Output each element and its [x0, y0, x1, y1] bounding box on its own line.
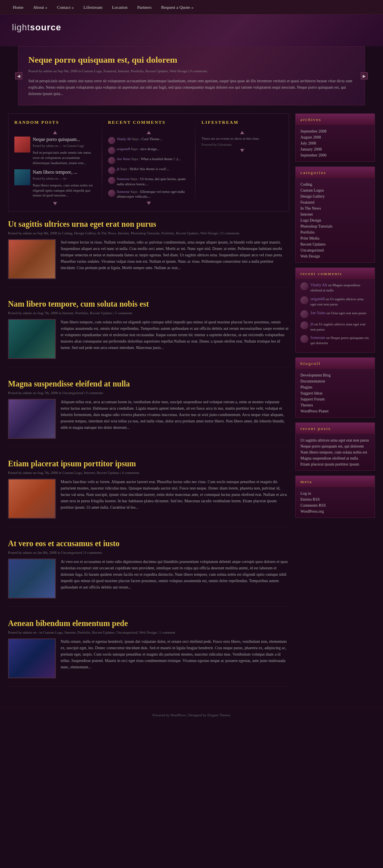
logo-source: source: [30, 22, 61, 32]
random-posts-col: RANDOM POSTS Neque porro quisquam... Pos…: [14, 120, 96, 205]
comment-1: Vitaliy Alt Says : Cool Theme...: [108, 137, 190, 144]
blogroll-docs[interactable]: Documentation: [300, 378, 370, 384]
categories-widget-body: Coding Custom Logos Design Gallery Featu…: [296, 178, 375, 262]
blog-post-3-title[interactable]: Magna suspendisse eleifend at nulla: [8, 379, 289, 388]
sidebar-comment-5-text: Someone on Neque porro quisquam est, qui…: [310, 335, 370, 346]
blog-post-6-text: Nulla ornare, nulla et egestas hendrerit…: [61, 638, 289, 678]
featured-title: Neque porro quisquam est, qui dolorem: [28, 55, 355, 65]
cat-design-gallery[interactable]: Design Gallery: [300, 193, 370, 199]
archive-link-sep2008[interactable]: September 2008: [300, 128, 370, 134]
blog-post-6-meta: Posted by admin on - in Custom Logo, Int…: [8, 630, 289, 634]
blog-post-3-thumb: [8, 399, 56, 439]
nav-partners[interactable]: Partners: [132, 0, 156, 14]
sidebar-comment-3-text: Joe Vains on Urna eget erat non purus: [310, 310, 366, 318]
nav-contact[interactable]: Contact »: [52, 0, 79, 14]
archive-link-sep2006[interactable]: September 2006: [300, 152, 370, 158]
blogroll-wp-planet[interactable]: WordPress Planet: [300, 408, 370, 414]
archives-widget-body: September 2008 August 2008 July 2008 Jan…: [296, 125, 375, 161]
cat-web-design[interactable]: Web Design: [300, 253, 370, 259]
cat-featured[interactable]: Featured: [300, 199, 370, 205]
archive-link-aug2008[interactable]: August 2008: [300, 134, 370, 140]
recent-comments-down-arrow[interactable]: [147, 202, 151, 205]
cat-internet[interactable]: Internet: [300, 211, 370, 217]
blogroll-themes[interactable]: Themes: [300, 402, 370, 408]
cat-print-media[interactable]: Print Media: [300, 235, 370, 241]
comment-2: origami8 Says : nice design...: [108, 147, 190, 154]
blog-post-5-content: At vero eos et accusamus et iusto odio d…: [8, 559, 289, 598]
sidebar-comment-3: Joe Vains on Urna eget erat non purus: [300, 310, 370, 318]
archive-link-jul2008[interactable]: July 2008: [300, 140, 370, 146]
blogroll-support[interactable]: Support Forum: [300, 396, 370, 402]
blog-post-3-content: Aliquam tellus erat, arcu accumsan lorem…: [8, 399, 289, 439]
site-footer: Powered by WordPress | Designed by Elega…: [0, 707, 383, 723]
blog-post-6-content: Nulla ornare, nulla et egestas hendrerit…: [8, 638, 289, 678]
random-posts-down-arrow[interactable]: [53, 202, 57, 205]
blog-post-2-meta: Posted by admin on Aug 7th, 2008 in Inte…: [8, 311, 289, 315]
blog-post-1-meta: Posted by admin on Sep 9th, 2008 in Codi…: [8, 231, 289, 235]
site-header: lightsource: [0, 14, 383, 46]
nav-location[interactable]: Location: [107, 0, 132, 14]
random-post-1-thumb: [14, 137, 30, 153]
recent-post-2[interactable]: Neque porro quisquam est, qui dolorem: [300, 443, 370, 449]
sidebar-comment-1: Vitaliy Alt on Magna suspendisse eleifen…: [300, 282, 370, 293]
recent-post-4[interactable]: Magna suspendisse eleifend at nulla: [300, 455, 370, 461]
lifestream-text: There are no events to show at this time…: [201, 137, 283, 141]
lifestream-down-arrow[interactable]: [240, 149, 244, 152]
featured-prev-arrow[interactable]: ◀: [15, 72, 22, 79]
random-post-2-text: Nam libero tempore, cum soluta nobis est…: [33, 183, 96, 198]
cat-in-the-news[interactable]: In The News: [300, 205, 370, 211]
blogroll-dev[interactable]: Development Blog: [300, 372, 370, 378]
recent-post-3[interactable]: Nam libero tempore, cum soluta nobis est: [300, 449, 370, 455]
cat-custom-logos[interactable]: Custom Logos: [300, 187, 370, 193]
cat-coding[interactable]: Coding: [300, 181, 370, 187]
nav-about[interactable]: About »: [28, 0, 52, 14]
footer-text: Powered by WordPress | Designed by Elega…: [152, 713, 230, 717]
blogroll-widget-body: Development Blog Documentation Plugins S…: [296, 369, 375, 417]
blog-post-6-title[interactable]: Aenean bibendum elementum pede: [8, 619, 289, 628]
random-posts-header: RANDOM POSTS: [14, 120, 96, 128]
comment-3: Joe Vains Says : What a beatiful theme !…: [108, 157, 190, 164]
meta-login[interactable]: Log in: [300, 490, 370, 496]
cat-portfolio[interactable]: Portfolio: [300, 229, 370, 235]
meta-entries-rss[interactable]: Entries RSS: [300, 496, 370, 502]
recent-posts-widget-body: Ut sagittis ultrices urna eget erat non …: [296, 434, 375, 470]
nav-lifestream[interactable]: Lifestream: [79, 0, 107, 14]
comment-5: Someone Says : Ut lectus, dui quis luctu…: [108, 176, 190, 186]
cat-logo-design[interactable]: Logo Design: [300, 217, 370, 223]
archive-link-jan2008[interactable]: January 2008: [300, 146, 370, 152]
featured-next-arrow[interactable]: ▶: [361, 72, 368, 79]
sidebar-recent-comments-widget: recent comments Vitaliy Alt on Magna sus…: [295, 268, 375, 352]
blog-post-4-title[interactable]: Etiam placerat ipsum porttitor ipsum: [8, 459, 289, 468]
nav-home[interactable]: Home: [8, 0, 28, 14]
random-post-2: Nam libero tempore, ... Posted by admin …: [14, 169, 96, 198]
recent-comments-up-arrow[interactable]: [147, 131, 151, 134]
blogroll-plugins[interactable]: Plugins: [300, 384, 370, 390]
blogroll-widget-header: blogroll: [296, 358, 375, 369]
sidebar-comment-4-text: jh on Ut sagittis ultrices urna eget era…: [310, 321, 370, 332]
meta-widget: meta Log in Entries RSS Comments RSS Wor…: [295, 476, 375, 518]
blog-post-1-title[interactable]: Ut sagittis ultrices urna eget erat non …: [8, 220, 289, 229]
sidebar-comment-1-avatar: [300, 282, 308, 290]
blog-post-2-title[interactable]: Nam libero tempore, cum soluta nobis est: [8, 299, 289, 309]
sidebar-comment-5: Someone on Neque porro quisquam est, qui…: [300, 335, 370, 346]
featured-excerpt: Sed ut perspiciatis unde omnis iste natu…: [28, 78, 355, 97]
blog-post-6: Aenean bibendum elementum pede Posted by…: [8, 619, 289, 687]
blog-post-3-meta: Posted by admin on Aug 7th, 2008 in Unca…: [8, 391, 289, 395]
cat-photoshop[interactable]: Photoshop Tutorials: [300, 223, 370, 229]
meta-wordpress[interactable]: WordPress.org: [300, 508, 370, 514]
random-posts-up-arrow[interactable]: [53, 131, 57, 134]
lifestream-up-arrow[interactable]: [240, 131, 244, 134]
meta-comments-rss[interactable]: Comments RSS: [300, 502, 370, 508]
sidebar-comment-3-avatar: [300, 310, 308, 318]
cat-uncategorized[interactable]: Uncategorized: [300, 247, 370, 253]
blog-post-4-meta: Posted by admin on Aug 7th, 2008 in Cust…: [8, 471, 289, 475]
blog-post-1-text: Sed tempor lectus in risus. Nullam vesti…: [61, 239, 289, 279]
recent-post-5[interactable]: Etiam placerat ipsum porttitor ipsum: [300, 461, 370, 467]
recent-post-1[interactable]: Ut sagittis ultrices urna eget erat non …: [300, 437, 370, 443]
blogroll-suggest[interactable]: Suggest Ideas: [300, 390, 370, 396]
meta-widget-header: meta: [296, 476, 375, 487]
nav-quote[interactable]: Request a Quote »: [156, 0, 198, 14]
blog-post-5-title[interactable]: At vero eos et accusamus et iusto: [8, 539, 289, 548]
cat-recent-updates[interactable]: Recent Updates: [300, 241, 370, 247]
main-wrapper: RANDOM POSTS Neque porro quisquam... Pos…: [8, 113, 375, 699]
